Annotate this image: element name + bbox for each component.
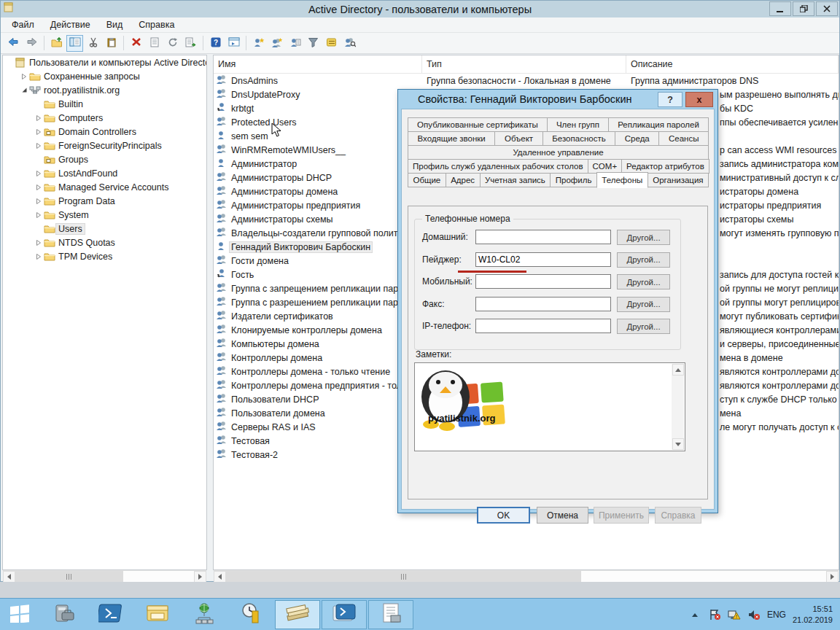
tree-item-system[interactable]: System — [3, 208, 206, 222]
tab-телефоны[interactable]: Телефоны — [596, 172, 648, 188]
tab-член-групп[interactable]: Член групп — [547, 117, 609, 132]
collapsed-expander-icon[interactable] — [34, 184, 44, 191]
back-button[interactable] — [5, 35, 22, 52]
properties-list-button[interactable] — [146, 35, 163, 52]
taskbar-file-explorer[interactable] — [135, 600, 180, 629]
tree-item-groups[interactable]: Groups — [3, 152, 206, 166]
collapsed-expander-icon[interactable] — [34, 198, 44, 205]
tree-item--[interactable]: Сохраненные запросы — [3, 69, 206, 83]
refresh-button[interactable] — [164, 35, 181, 52]
phone-input-4[interactable] — [475, 319, 611, 333]
delete-button[interactable] — [128, 35, 144, 52]
cut-button[interactable] — [85, 35, 101, 52]
menu-item-2[interactable]: Вид — [98, 18, 131, 31]
close-button[interactable] — [816, 1, 838, 16]
notes-vertical-scrollbar[interactable] — [672, 364, 684, 450]
tab-безопасность[interactable]: Безопасность — [542, 131, 616, 146]
tree-item-users[interactable]: Users — [3, 222, 206, 236]
column-header-1[interactable]: Тип — [422, 55, 626, 73]
tab-опубликованные-сертификаты[interactable]: Опубликованные сертификаты — [408, 117, 548, 132]
phone-input-0[interactable] — [475, 230, 611, 244]
find-objects-button[interactable] — [341, 35, 358, 52]
help-button[interactable]: ? — [207, 35, 224, 52]
tree-item-computers[interactable]: Computers — [3, 111, 206, 125]
show-console-tree-button[interactable] — [66, 35, 83, 52]
tray-action-center-flag[interactable] — [708, 608, 721, 621]
set-special-button[interactable] — [323, 35, 340, 52]
tree-item--active-directory-[interactable]: Пользователи и компьютеры Active Directo… — [3, 55, 206, 69]
tree-item-lostandfound[interactable]: LostAndFound — [3, 166, 206, 180]
scroll-up-arrow[interactable] — [672, 364, 684, 376]
tab-входящие-звонки[interactable]: Входящие звонки — [408, 131, 495, 146]
tree-item-tpm-devices[interactable]: TPM Devices — [3, 249, 206, 263]
tree-item-builtin[interactable]: Builtin — [3, 97, 206, 111]
tree-item-domain-controllers[interactable]: Domain Controllers — [3, 125, 206, 139]
taskbar-aduc-books[interactable] — [275, 600, 320, 629]
scrollbar-track[interactable] — [123, 571, 194, 583]
taskbar-server-manager[interactable] — [42, 600, 87, 629]
list-horizontal-scrollbar[interactable] — [214, 570, 839, 583]
other-button-1[interactable]: Другой... — [617, 252, 670, 268]
scroll-left-arrow[interactable] — [3, 571, 15, 583]
tree-item-ntds-quotas[interactable]: NTDS Quotas — [3, 236, 206, 249]
create-user-button[interactable] — [250, 35, 267, 52]
list-row[interactable]: DnsAdminsГруппа безопасности - Локальная… — [214, 74, 839, 88]
phone-input-2[interactable] — [475, 274, 611, 289]
tab-учетная-запись[interactable]: Учетная запись — [480, 173, 551, 187]
column-header-0[interactable]: Имя — [214, 55, 422, 73]
language-indicator[interactable]: ENG — [767, 610, 786, 620]
scroll-down-arrow[interactable] — [672, 438, 684, 450]
scrollbar-thumb[interactable] — [15, 571, 123, 583]
other-button-0[interactable]: Другой... — [617, 230, 670, 245]
tree-item-program-data[interactable]: Program Data — [3, 194, 206, 208]
scrollbar-thumb[interactable] — [226, 571, 581, 583]
tree-item-managed-service-accounts[interactable]: Managed Service Accounts — [3, 180, 206, 194]
collapsed-expander-icon[interactable] — [34, 170, 44, 177]
restore-button[interactable] — [793, 1, 814, 16]
tab-объект[interactable]: Объект — [494, 131, 542, 146]
tab-удаленное-управление[interactable]: Удаленное управление — [408, 145, 709, 160]
tree-horizontal-scrollbar[interactable] — [3, 570, 206, 583]
paste-button[interactable] — [103, 35, 120, 52]
phone-input-3[interactable] — [475, 297, 611, 311]
other-button-4[interactable]: Другой... — [617, 319, 670, 334]
forward-button[interactable] — [23, 35, 40, 52]
tree-item-root-pyatilistnik-org[interactable]: root.pyatilistnik.org — [3, 83, 206, 97]
taskbar-document-viewer[interactable] — [368, 600, 413, 629]
add-to-group-button[interactable] — [287, 35, 303, 52]
window-titlebar[interactable]: Active Directory - пользователи и компью… — [1, 1, 839, 18]
menu-item-1[interactable]: Действие — [42, 18, 98, 31]
create-group-button[interactable] — [268, 35, 285, 52]
tab-профиль[interactable]: Профиль — [550, 173, 597, 187]
collapsed-expander-icon[interactable] — [34, 211, 44, 219]
tab-профиль-служб-удаленных-рабочих-столов[interactable]: Профиль служб удаленных рабочих столов — [408, 159, 588, 174]
menu-item-0[interactable]: Файл — [4, 18, 42, 31]
taskbar-task-scheduler[interactable] — [228, 600, 273, 629]
tree-item-foreignsecurityprincipals[interactable]: ForeignSecurityPrincipals — [3, 139, 206, 152]
notes-textarea[interactable]: pyatilistnik.org — [414, 362, 685, 451]
dialog-close-button[interactable]: x — [685, 92, 713, 107]
tab-среда[interactable]: Среда — [615, 131, 659, 146]
taskbar-clock[interactable]: 15:5121.02.2019 — [793, 604, 833, 626]
up-one-level-button[interactable] — [48, 35, 65, 52]
expanded-expander-icon[interactable] — [19, 87, 29, 93]
dialog-button-ok[interactable]: OK — [477, 507, 530, 524]
tray-network-warning[interactable]: ! — [728, 608, 741, 621]
tray-volume-muted[interactable] — [747, 608, 761, 621]
dialog-help-button[interactable]: ? — [658, 92, 682, 107]
tray-hidden-icons[interactable] — [688, 608, 701, 621]
menu-item-3[interactable]: Справка — [131, 18, 182, 31]
collapsed-expander-icon[interactable] — [34, 142, 44, 149]
collapsed-expander-icon[interactable] — [34, 128, 44, 136]
tab-репликация-паролей[interactable]: Репликация паролей — [608, 117, 709, 132]
taskbar-powershell[interactable] — [88, 600, 133, 629]
tab-редактор-атрибутов[interactable]: Редактор атрибутов — [621, 159, 709, 174]
tab-адрес[interactable]: Адрес — [446, 173, 481, 187]
filter-button[interactable] — [305, 35, 322, 52]
scroll-right-arrow[interactable] — [826, 571, 839, 583]
tab-сеансы[interactable]: Сеансы — [658, 131, 709, 146]
tab-общие[interactable]: Общие — [408, 173, 446, 187]
collapsed-expander-icon[interactable] — [34, 114, 44, 122]
collapsed-expander-icon[interactable] — [19, 73, 29, 80]
phone-input-1[interactable] — [475, 252, 611, 267]
